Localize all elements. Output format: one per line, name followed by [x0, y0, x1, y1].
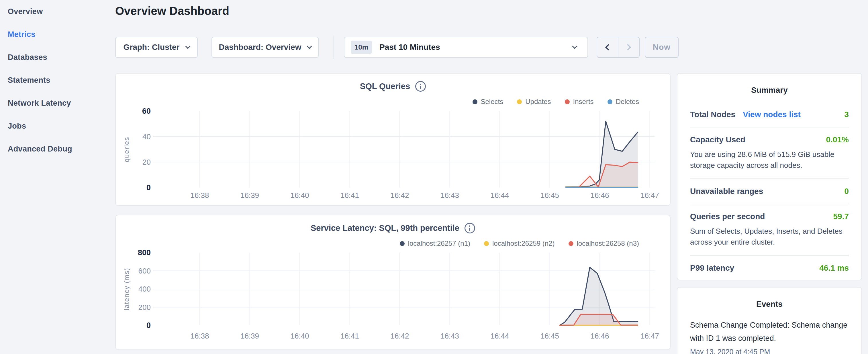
graph-source-dropdown[interactable]: Graph: Cluster	[115, 37, 198, 58]
time-range-badge: 10m	[351, 41, 372, 54]
summary-panel: Summary Total Nodes View nodes list 3 Ca…	[677, 73, 862, 280]
chart-title: Service Latency: SQL, 99th percentile	[311, 223, 459, 233]
legend-item[interactable]: Inserts	[565, 98, 594, 106]
chart-legend: SelectsUpdatesInsertsDeletes	[472, 98, 639, 106]
x-axis-tick-label: 16:42	[390, 191, 409, 200]
legend-dot-icon	[484, 241, 489, 246]
x-axis-tick-label: 16:47	[641, 332, 659, 340]
summary-value: 0	[844, 187, 849, 196]
legend-dot-icon	[568, 241, 574, 246]
view-nodes-list-link[interactable]: View nodes list	[743, 110, 801, 119]
now-button[interactable]: Now	[645, 37, 679, 58]
events-panel: Events Schema Change Completed: Schema c…	[677, 287, 862, 354]
summary-label: Unavailable ranges	[690, 187, 763, 196]
info-icon[interactable]	[465, 223, 475, 233]
x-axis-tick-label: 16:43	[440, 191, 459, 200]
sidebar-item-statements[interactable]: Statements	[0, 69, 113, 92]
legend-item[interactable]: localhost:26259 (n2)	[484, 239, 555, 248]
chevron-down-icon	[572, 43, 577, 49]
dashboard-dropdown[interactable]: Dashboard: Overview	[212, 37, 319, 58]
time-range-dropdown[interactable]: 10m Past 10 Minutes	[344, 37, 588, 58]
chevron-right-icon	[625, 44, 631, 51]
service-latency-plot[interactable]: 16:3816:3916:4016:4116:4216:4316:4416:45…	[116, 249, 670, 349]
legend-item[interactable]: Deletes	[608, 98, 639, 106]
y-axis-tick-label: 0	[147, 321, 151, 330]
x-axis-tick-label: 16:46	[590, 191, 609, 200]
x-axis-tick-label: 16:45	[540, 332, 559, 340]
summary-description: You are using 28.6 MiB of 515.9 GiB usab…	[690, 149, 849, 171]
summary-panel-title: Summary	[677, 86, 861, 95]
summary-value: 59.7	[833, 212, 849, 221]
summary-label: Total Nodes	[690, 110, 735, 119]
y-axis-tick-label: 800	[138, 249, 151, 257]
summary-row-p99-latency: P99 latency 46.1 ms	[690, 256, 849, 280]
legend-item[interactable]: localhost:26258 (n3)	[568, 239, 639, 248]
y-axis-tick-label: 0	[147, 183, 151, 192]
legend-item[interactable]: localhost:26257 (n1)	[400, 239, 470, 248]
y-axis-tick-label: 60	[142, 107, 151, 116]
events-panel-title: Events	[677, 299, 861, 309]
legend-dot-icon	[472, 99, 477, 104]
x-axis-tick-label: 16:42	[390, 332, 409, 340]
legend-label: localhost:26258 (n3)	[577, 239, 639, 248]
sidebar-item-metrics[interactable]: Metrics	[0, 23, 113, 46]
sidebar-item-databases[interactable]: Databases	[0, 46, 113, 69]
event-message[interactable]: Schema Change Completed: Schema change w…	[677, 319, 861, 345]
sql-queries-plot[interactable]: 16:3816:3916:4016:4116:4216:4316:4416:45…	[116, 107, 670, 206]
x-axis-tick-label: 16:38	[190, 191, 209, 200]
y-axis-label: latency (ms)	[123, 268, 130, 311]
sidebar-item-overview[interactable]: Overview	[0, 0, 113, 23]
x-axis-tick-label: 16:46	[590, 332, 609, 340]
chevron-left-icon	[605, 44, 612, 51]
time-step-forward-button[interactable]	[618, 37, 639, 57]
x-axis-tick-label: 16:47	[641, 191, 659, 200]
chart-svg: 16:3816:3916:4016:4116:4216:4316:4416:45…	[116, 107, 670, 206]
legend-dot-icon	[400, 241, 405, 246]
x-axis-tick-label: 16:43	[440, 332, 459, 340]
x-axis-tick-label: 16:44	[490, 332, 509, 340]
x-axis-tick-label: 16:44	[490, 191, 509, 200]
x-axis-tick-label: 16:40	[290, 191, 309, 200]
legend-label: Deletes	[616, 98, 639, 106]
info-icon[interactable]	[415, 81, 426, 92]
time-step-buttons	[597, 37, 640, 58]
sidebar: Overview Metrics Databases Statements Ne…	[0, 0, 113, 160]
sidebar-item-advanced-debug[interactable]: Advanced Debug	[0, 137, 113, 160]
sidebar-item-network-latency[interactable]: Network Latency	[0, 92, 113, 115]
sidebar-item-jobs[interactable]: Jobs	[0, 115, 113, 137]
summary-row-queries-per-second: Queries per second 59.7 Sum of Selects, …	[690, 204, 849, 256]
legend-dot-icon	[517, 99, 522, 104]
chart-title-row: SQL Queries	[116, 81, 670, 92]
x-axis-tick-label: 16:41	[340, 332, 359, 340]
graph-source-dropdown-label: Graph: Cluster	[123, 43, 179, 52]
y-axis-tick-label: 600	[138, 267, 151, 275]
legend-dot-icon	[565, 99, 570, 104]
legend-label: Selects	[481, 98, 503, 106]
legend-item[interactable]: Selects	[472, 98, 503, 106]
page-title: Overview Dashboard	[115, 5, 229, 18]
chart-legend: localhost:26257 (n1)localhost:26259 (n2)…	[400, 239, 639, 248]
y-axis-tick-label: 20	[143, 158, 151, 166]
summary-row-capacity-used: Capacity Used 0.01% You are using 28.6 M…	[690, 127, 849, 179]
summary-row-total-nodes: Total Nodes View nodes list 3	[690, 102, 849, 127]
summary-label: Queries per second	[690, 212, 765, 221]
time-range-label: Past 10 Minutes	[379, 43, 440, 52]
chart-title: SQL Queries	[360, 82, 410, 91]
event-timestamp: May 13, 2020 at 4:45 PM	[677, 348, 861, 354]
y-axis-tick-label: 40	[143, 132, 151, 141]
chevron-down-icon	[307, 43, 312, 49]
time-step-back-button[interactable]	[597, 37, 618, 57]
summary-value: 0.01%	[826, 135, 849, 144]
summary-value: 46.1 ms	[819, 263, 849, 273]
dashboard-dropdown-label: Dashboard: Overview	[219, 43, 302, 52]
x-axis-tick-label: 16:38	[190, 332, 209, 340]
y-axis-label: queries	[123, 137, 130, 162]
summary-value: 3	[844, 110, 849, 119]
summary-label: Capacity Used	[690, 135, 745, 144]
legend-label: localhost:26257 (n1)	[408, 239, 470, 248]
legend-label: Inserts	[573, 98, 594, 106]
legend-item[interactable]: Updates	[517, 98, 551, 106]
legend-label: localhost:26259 (n2)	[492, 239, 555, 248]
chevron-down-icon	[185, 43, 190, 49]
chart-svg: 16:3816:3916:4016:4116:4216:4316:4416:45…	[116, 249, 670, 349]
